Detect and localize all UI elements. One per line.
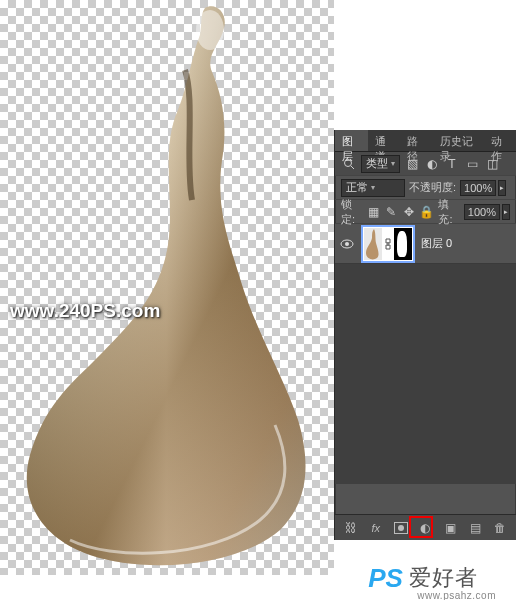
opacity-control[interactable]: 100% ▸: [460, 180, 506, 196]
tab-channels[interactable]: 通道: [368, 130, 401, 151]
trash-icon[interactable]: 🗑: [492, 520, 508, 536]
lock-all-icon[interactable]: 🔒: [419, 204, 434, 220]
footer-cn-text: 爱好者: [409, 563, 478, 593]
panel-bottom-toolbar: ⛓ fx ◐ ▣ ▤ 🗑: [335, 514, 516, 540]
blend-mode-select[interactable]: 正常 ▾: [341, 179, 405, 197]
canvas-area: www.240PS.com: [0, 0, 334, 575]
lock-position-icon[interactable]: ✥: [402, 204, 416, 220]
filter-adjust-icon[interactable]: ◐: [424, 156, 440, 172]
filter-kind-label: 类型: [366, 156, 388, 171]
blend-mode-value: 正常: [346, 180, 368, 195]
lock-transparent-icon[interactable]: ▦: [366, 204, 380, 220]
add-mask-icon[interactable]: [393, 520, 409, 536]
footer-ps-text: PS: [368, 563, 403, 594]
chevron-down-icon: ▾: [391, 159, 395, 168]
layer-list: 图层 0: [335, 224, 516, 484]
layer-thumbnail: [364, 228, 382, 260]
tab-history[interactable]: 历史记录: [433, 130, 484, 151]
link-layers-icon[interactable]: ⛓: [343, 520, 359, 536]
svg-point-6: [398, 525, 404, 531]
filter-type-icon[interactable]: T: [444, 156, 460, 172]
filter-shape-icon[interactable]: ▭: [464, 156, 480, 172]
opacity-slider-icon[interactable]: ▸: [498, 180, 506, 196]
layers-panel: 图层 通道 路径 历史记录 动作 类型 ▾ ▧ ◐ T ▭ ◫ 正常 ▾ 不透明…: [334, 130, 516, 540]
fx-icon[interactable]: fx: [368, 520, 384, 536]
lock-image-icon[interactable]: ✎: [384, 204, 398, 220]
filter-pixel-icon[interactable]: ▧: [404, 156, 420, 172]
search-icon: [341, 156, 357, 172]
fill-label: 填充:: [438, 197, 459, 227]
layer-name[interactable]: 图层 0: [421, 236, 452, 251]
lock-label: 锁定:: [341, 197, 362, 227]
new-layer-icon[interactable]: ▤: [467, 520, 483, 536]
fill-value: 100%: [464, 204, 500, 220]
footer-url: www.psahz.com: [417, 590, 496, 600]
chevron-down-icon: ▾: [371, 183, 375, 192]
tab-paths[interactable]: 路径: [400, 130, 433, 151]
fill-slider-icon[interactable]: ▸: [502, 204, 510, 220]
visibility-toggle[interactable]: [339, 236, 355, 252]
panel-tabs: 图层 通道 路径 历史记录 动作: [335, 130, 516, 152]
tab-actions[interactable]: 动作: [484, 130, 517, 151]
tab-layers[interactable]: 图层: [335, 130, 368, 151]
group-icon[interactable]: ▣: [442, 520, 458, 536]
layer-row[interactable]: 图层 0: [335, 224, 516, 264]
svg-point-1: [345, 159, 352, 166]
watermark-text: www.240PS.com: [10, 300, 160, 322]
adjustment-layer-icon[interactable]: ◐: [418, 520, 434, 536]
link-icon: [384, 238, 392, 250]
layer-filter-row: 类型 ▾ ▧ ◐ T ▭ ◫: [335, 152, 516, 176]
lock-fill-row: 锁定: ▦ ✎ ✥ 🔒 填充: 100% ▸: [335, 200, 516, 224]
svg-point-4: [345, 242, 349, 246]
layer-thumbnail-group[interactable]: [361, 225, 415, 263]
opacity-label: 不透明度:: [409, 180, 456, 195]
svg-point-0: [196, 10, 224, 50]
layer-mask-thumbnail[interactable]: [394, 228, 412, 260]
filter-smart-icon[interactable]: ◫: [484, 156, 500, 172]
filter-kind-select[interactable]: 类型 ▾: [361, 155, 400, 173]
image-content: [10, 0, 330, 575]
opacity-value: 100%: [460, 180, 496, 196]
fill-control[interactable]: 100% ▸: [464, 204, 510, 220]
svg-line-2: [351, 166, 354, 169]
